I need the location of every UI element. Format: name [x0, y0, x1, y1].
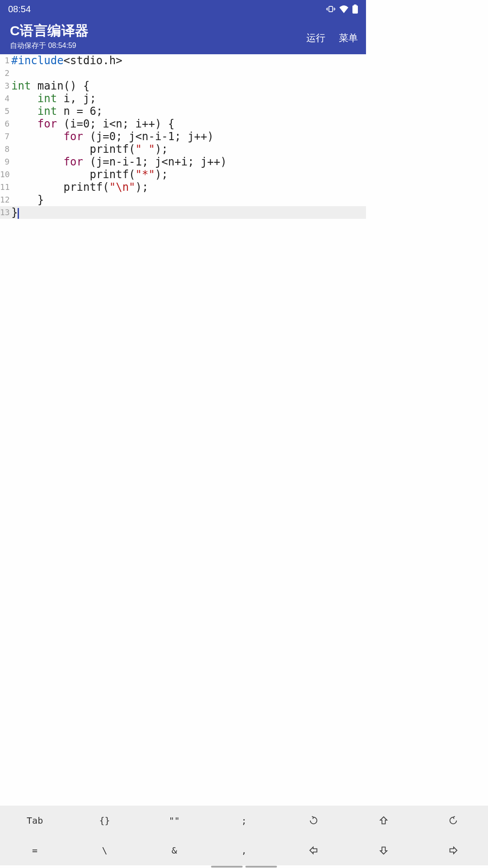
code-text[interactable]: int i, j;	[11, 92, 96, 105]
code-text[interactable]: for (j=n-i-1; j<n+i; j++)	[11, 156, 227, 168]
svg-rect-0	[329, 6, 333, 12]
code-text[interactable]: int main() {	[11, 80, 89, 92]
line-number: 7	[0, 130, 11, 143]
line-number: 12	[0, 193, 11, 206]
code-editor[interactable]: 1#include<stdio.h>23int main() {4 int i,…	[0, 54, 366, 589]
code-text[interactable]: printf("*");	[11, 168, 168, 181]
svg-rect-5	[352, 5, 358, 14]
code-text[interactable]: int n = 6;	[11, 105, 103, 118]
code-line[interactable]: 11 printf("\n");	[0, 181, 366, 193]
menu-button[interactable]: 菜单	[339, 32, 358, 44]
line-number: 13	[0, 206, 11, 219]
code-line[interactable]: 3int main() {	[0, 80, 366, 92]
code-line[interactable]: 1#include<stdio.h>	[0, 54, 366, 67]
status-bar: 08:54	[0, 0, 366, 18]
line-number: 11	[0, 181, 11, 193]
line-number: 6	[0, 118, 11, 130]
line-number: 4	[0, 92, 11, 105]
wifi-icon	[339, 5, 349, 13]
text-cursor	[18, 208, 19, 219]
code-text[interactable]: }	[11, 206, 19, 219]
status-time: 08:54	[8, 4, 31, 14]
code-text[interactable]: printf("\n");	[11, 181, 148, 193]
line-number: 8	[0, 143, 11, 156]
line-number: 1	[0, 54, 11, 67]
code-line[interactable]: 9 for (j=n-i-1; j<n+i; j++)	[0, 156, 366, 168]
autosave-status: 自动保存于 08:54:59	[10, 41, 306, 51]
line-number: 3	[0, 80, 11, 92]
code-text[interactable]: for (i=0; i<n; i++) {	[11, 118, 174, 130]
code-text[interactable]: for (j=0; j<n-i-1; j++)	[11, 130, 214, 143]
code-line[interactable]: 2	[0, 67, 366, 80]
code-line[interactable]: 5 int n = 6;	[0, 105, 366, 118]
run-button[interactable]: 运行	[306, 32, 325, 44]
code-line[interactable]: 12 }	[0, 193, 366, 206]
code-text[interactable]: printf(" ");	[11, 143, 168, 156]
svg-rect-6	[354, 5, 357, 6]
code-line[interactable]: 13}	[0, 206, 366, 219]
app-bar: C语言编译器 自动保存于 08:54:59 运行 菜单	[0, 18, 366, 54]
code-line[interactable]: 8 printf(" ");	[0, 143, 366, 156]
vibrate-icon	[326, 5, 335, 13]
code-line[interactable]: 4 int i, j;	[0, 92, 366, 105]
battery-icon	[352, 5, 358, 14]
code-text[interactable]: #include<stdio.h>	[11, 54, 122, 67]
code-line[interactable]: 7 for (j=0; j<n-i-1; j++)	[0, 130, 366, 143]
code-text[interactable]: }	[11, 193, 44, 206]
code-line[interactable]: 10 printf("*");	[0, 168, 366, 181]
line-number: 2	[0, 67, 11, 80]
line-number: 10	[0, 168, 11, 181]
status-icons	[326, 5, 358, 14]
code-line[interactable]: 6 for (i=0; i<n; i++) {	[0, 118, 366, 130]
line-number: 5	[0, 105, 11, 118]
line-number: 9	[0, 156, 11, 168]
app-title: C语言编译器	[10, 22, 306, 40]
